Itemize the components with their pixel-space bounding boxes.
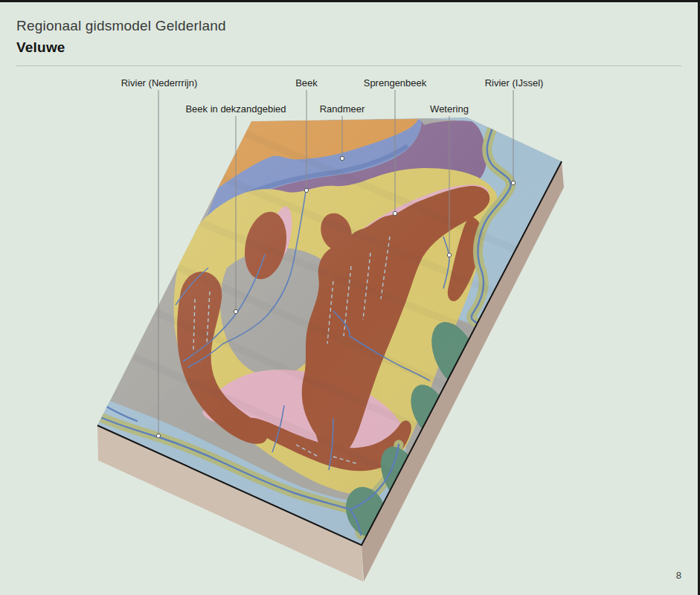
leader-dot	[393, 211, 396, 215]
map-label: Randmeer	[320, 103, 365, 115]
leader-dot	[304, 188, 308, 192]
leader-dot	[340, 156, 344, 160]
leader-dot	[156, 434, 160, 437]
terrain-block-map	[0, 0, 700, 595]
map-label: Rivier (Nederrrijn)	[121, 77, 198, 89]
leader-dot	[234, 309, 237, 313]
leader-dot	[447, 253, 451, 257]
map-label: Wetering	[430, 103, 469, 115]
page: Regionaal gidsmodel Gelderland Veluwe	[0, 0, 700, 595]
map-label: Beek in dekzandgebied	[185, 103, 286, 115]
page-number: 8	[676, 570, 681, 581]
map-label: Beek	[295, 77, 318, 89]
leader-dot	[511, 181, 515, 184]
map-label: Rivier (IJssel)	[485, 77, 544, 89]
map-label: Sprengenbeek	[364, 77, 427, 89]
